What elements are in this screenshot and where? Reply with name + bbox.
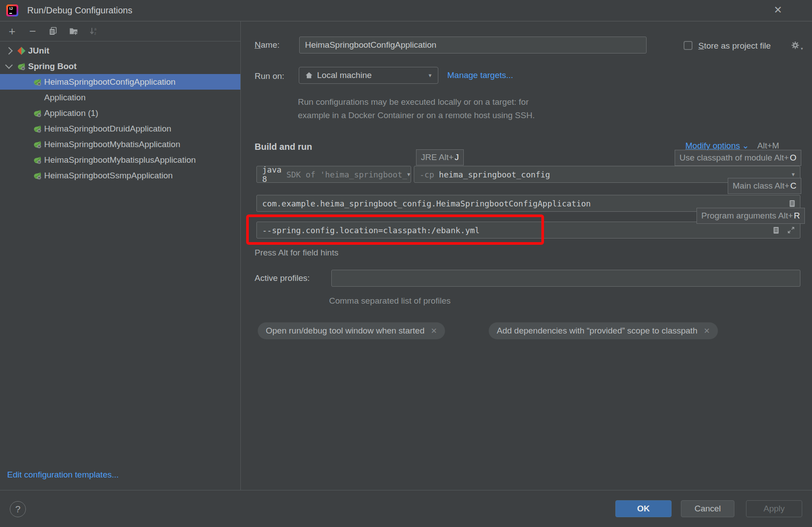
intellij-logo-icon: IJ [6, 4, 18, 16]
tree-item-spring-boot[interactable]: Spring Boot [0, 58, 240, 74]
tree-item-label: HeimaSpringbootSsmpApplication [44, 171, 173, 181]
chip-add-provided-dependencies[interactable]: Add dependencies with “provided” scope t… [489, 322, 718, 339]
dropdown-arrow-icon: ▼ [407, 172, 410, 177]
build-and-run-heading: Build and run [255, 142, 312, 152]
new-folder-icon[interactable] [69, 26, 78, 36]
spring-boot-icon [33, 156, 42, 165]
tree-item-label: HeimaSpringbootConfigApplication [44, 77, 176, 87]
module-classpath-field-hint: Use classpath of module Alt+O [675, 150, 801, 166]
active-profiles-label: Active profiles: [255, 273, 310, 283]
junit-icon [17, 46, 26, 55]
tree-item-heima-springboot-mybatisplus-application[interactable]: HeimaSpringbootMybatisplusApplication [0, 152, 240, 168]
tree-item-label: HeimaSpringbootMybatisApplication [44, 140, 180, 149]
modify-options-shortcut: Alt+M [757, 141, 779, 150]
run-on-dropdown[interactable]: Local machine ▼ [299, 67, 438, 84]
chip-close-icon[interactable]: ✕ [704, 326, 710, 336]
modify-options-link[interactable]: Modify options [685, 141, 740, 150]
dialog-footer: ? OK Cancel Apply [0, 490, 812, 527]
spring-boot-icon [33, 140, 42, 149]
browse-main-class-icon[interactable] [787, 199, 796, 208]
tree-item-label: JUnit [28, 46, 49, 56]
configurations-tree: JUnit Spring Boot HeimaSpringbootConfigA… [0, 41, 240, 183]
ok-button[interactable]: OK [615, 500, 672, 517]
jre-dropdown[interactable]: java 8 SDK of 'heima_springboot_ ▼ [256, 166, 411, 183]
name-value: HeimaSpringbootConfigApplication [305, 40, 437, 50]
remove-configuration-button[interactable]: − [28, 26, 37, 36]
spring-boot-icon [33, 109, 42, 118]
expand-field-icon[interactable] [787, 226, 796, 235]
add-configuration-button[interactable]: + [7, 26, 17, 36]
modify-options-row: Modify options ⌄ Alt+M [685, 140, 779, 151]
tree-item-label: Application [44, 93, 86, 103]
store-settings-gear-icon[interactable] [791, 41, 800, 50]
active-profiles-help: Comma separated list of profiles [329, 296, 450, 306]
spring-boot-icon [33, 171, 42, 180]
tree-item-heima-springboot-config-application[interactable]: HeimaSpringbootConfigApplication [0, 74, 240, 90]
cancel-button[interactable]: Cancel [681, 500, 734, 517]
configurations-sidebar: + − JUnit Spring Boot HeimaSpringbootCon… [0, 21, 241, 490]
tree-item-junit[interactable]: JUnit [0, 43, 240, 58]
dropdown-arrow-icon: ▼ [791, 172, 795, 177]
modify-options-chevron-icon: ⌄ [742, 141, 749, 150]
dropdown-arrow-icon: ▼ [428, 73, 433, 78]
copy-configuration-icon[interactable] [48, 26, 58, 36]
close-icon[interactable]: ✕ [774, 4, 782, 16]
program-arguments-field-hint: Program arguments Alt+R [697, 208, 805, 224]
manage-targets-link[interactable]: Manage targets... [447, 70, 513, 80]
tree-item-application-1[interactable]: Application (1) [0, 105, 240, 121]
edit-configuration-templates-link[interactable]: Edit configuration templates... [7, 470, 119, 480]
program-arguments-input[interactable]: --spring.config.location=classpath:/eban… [256, 222, 800, 239]
macros-list-icon[interactable] [771, 226, 780, 235]
chevron-down-icon[interactable] [5, 62, 13, 69]
spring-boot-icon [33, 78, 42, 86]
spring-boot-icon [33, 124, 42, 133]
main-class-field-hint: Main class Alt+C [728, 178, 801, 194]
tree-item-label: HeimaSpringbootMybatisplusApplication [44, 155, 196, 165]
chip-open-run-debug-tool-window[interactable]: Open run/debug tool window when started … [258, 322, 445, 339]
run-on-value: Local machine [317, 70, 372, 80]
store-as-project-file-label[interactable]: Store as project file [698, 41, 771, 51]
title-bar: IJ Run/Debug Configurations [0, 0, 812, 21]
store-as-project-file-checkbox[interactable] [684, 41, 692, 50]
home-icon [305, 71, 313, 80]
tree-item-application[interactable]: Application [0, 90, 240, 105]
name-input[interactable]: HeimaSpringbootConfigApplication [299, 37, 647, 54]
sort-alphabetically-icon[interactable] [89, 26, 99, 36]
tree-item-label: HeimaSpringbootDruidApplication [44, 124, 171, 134]
run-debug-configurations-dialog: IJ Run/Debug Configurations ✕ + − JUnit … [0, 0, 812, 527]
chevron-right-icon[interactable] [5, 47, 13, 54]
run-on-help-text: Run configurations may be executed local… [298, 95, 535, 122]
tree-item-heima-springboot-druid-application[interactable]: HeimaSpringbootDruidApplication [0, 121, 240, 136]
chip-close-icon[interactable]: ✕ [431, 326, 437, 336]
press-alt-hint: Press Alt for field hints [255, 248, 338, 258]
run-on-label: Run on: [255, 71, 284, 81]
tree-item-label: Spring Boot [28, 62, 77, 71]
active-profiles-input[interactable] [331, 270, 800, 287]
spring-boot-icon [17, 62, 26, 71]
tree-item-heima-springboot-ssmp-application[interactable]: HeimaSpringbootSsmpApplication [0, 168, 240, 183]
sidebar-toolbar: + − [0, 21, 240, 41]
tree-item-label: Application (1) [44, 108, 98, 118]
dialog-title: Run/Debug Configurations [27, 5, 132, 16]
help-button[interactable]: ? [10, 501, 26, 517]
name-label: Name: [255, 40, 280, 50]
tree-item-heima-springboot-mybatis-application[interactable]: HeimaSpringbootMybatisApplication [0, 136, 240, 152]
gear-dropdown-arrow-icon: ▾ [801, 46, 803, 51]
jre-field-hint: JRE Alt+J [416, 149, 464, 165]
apply-button[interactable]: Apply [746, 500, 802, 517]
